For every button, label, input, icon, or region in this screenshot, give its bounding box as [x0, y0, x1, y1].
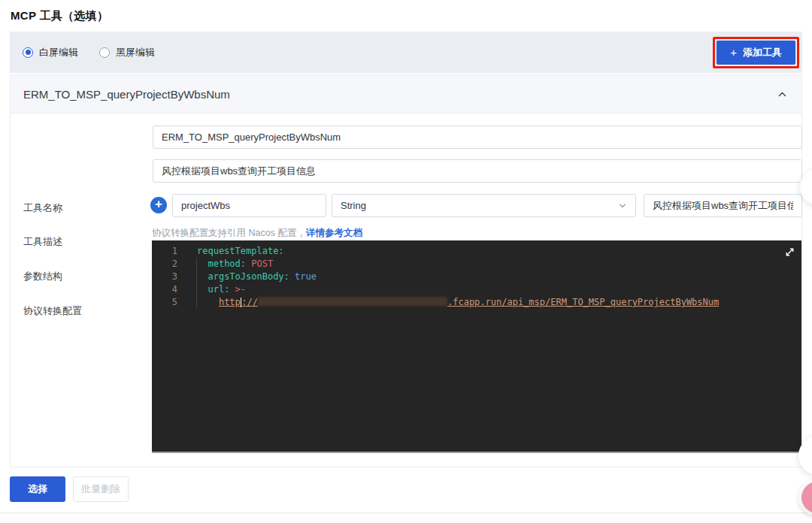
- param-desc-input[interactable]: [644, 194, 802, 217]
- protocol-config-label: 协议转换配置: [23, 304, 82, 318]
- editor-code[interactable]: requestTemplate: method: POST argsToJson…: [197, 245, 797, 309]
- accordion-title: ERM_TO_MSP_queryProjectByWbsNum: [23, 88, 230, 101]
- bottom-strip: [0, 513, 812, 523]
- add-tool-label: 添加工具: [743, 46, 782, 59]
- redacted-url-segment: [258, 297, 447, 306]
- protocol-hint: 协议转换配置支持引用 Nacos 配置，详情参考文档: [152, 227, 362, 240]
- editor-gutter: 12345: [152, 245, 177, 309]
- param-name-input[interactable]: [172, 194, 326, 217]
- tool-name-label: 工具名称: [23, 201, 62, 215]
- tool-desc-label: 工具描述: [23, 235, 62, 249]
- radio-white-screen-edit[interactable]: 白屏编辑: [23, 46, 78, 59]
- tool-desc-field-wrap: [153, 159, 802, 183]
- radio-black-screen-edit[interactable]: 黑屏编辑: [99, 46, 155, 59]
- expand-icon[interactable]: [784, 246, 795, 260]
- red-annotation-highlight: + 添加工具: [713, 37, 799, 68]
- select-button[interactable]: 选择: [10, 476, 65, 502]
- chevron-down-icon: [618, 201, 627, 210]
- page-title: MCP 工具（选填）: [11, 9, 108, 23]
- assistant-sketch-icon: [809, 178, 812, 196]
- tool-desc-input[interactable]: [153, 159, 802, 183]
- param-structure-label: 参数结构: [23, 270, 62, 283]
- tool-name-input[interactable]: [153, 125, 802, 149]
- plus-icon: +: [730, 46, 737, 59]
- radio-white-screen-label: 白屏编辑: [39, 46, 78, 59]
- chevron-up-icon[interactable]: [777, 89, 788, 100]
- radio-black-screen-label: 黑屏编辑: [116, 46, 155, 59]
- protocol-code-editor[interactable]: 12345 requestTemplate: method: POST args…: [152, 240, 801, 453]
- param-type-select[interactable]: String: [332, 194, 636, 217]
- param-name-field-wrap: [172, 194, 326, 217]
- param-desc-field-wrap: [644, 194, 802, 217]
- add-tool-button[interactable]: + 添加工具: [717, 41, 795, 65]
- protocol-doc-link[interactable]: 详情参考文档: [306, 228, 362, 238]
- radio-selected-icon[interactable]: [23, 47, 33, 58]
- param-type-value: String: [341, 200, 618, 211]
- radio-unselected-icon[interactable]: [99, 47, 110, 58]
- add-param-icon[interactable]: +: [150, 197, 167, 213]
- batch-delete-button[interactable]: 批量删除: [73, 476, 129, 502]
- accordion-header[interactable]: ERM_TO_MSP_queryProjectByWbsNum: [11, 75, 801, 113]
- edit-mode-toolbar: 白屏编辑 黑屏编辑 + 添加工具: [10, 32, 802, 73]
- protocol-hint-text: 协议转换配置支持引用 Nacos 配置，: [152, 228, 306, 238]
- tool-name-field-wrap: [153, 125, 802, 149]
- edit-mode-radio-group: 白屏编辑 黑屏编辑: [23, 46, 155, 59]
